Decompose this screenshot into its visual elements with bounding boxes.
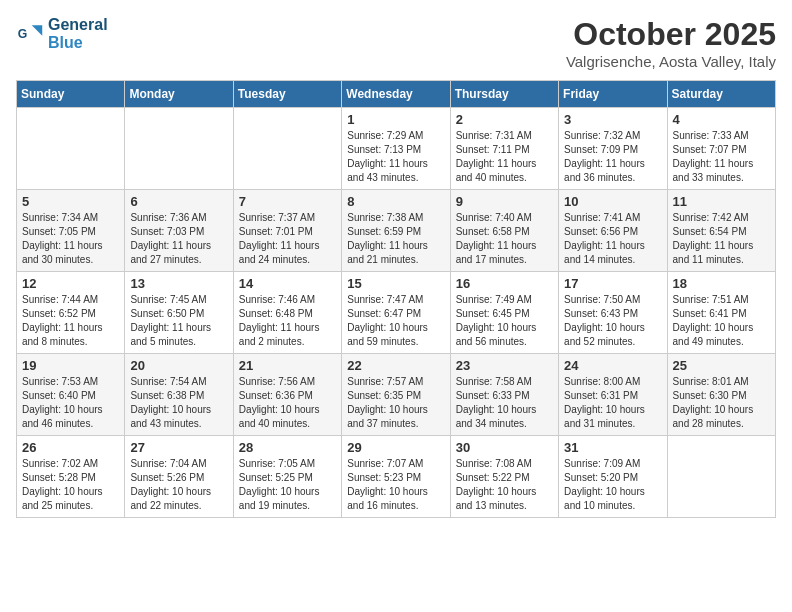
day-number: 19 bbox=[22, 358, 119, 373]
day-info: Sunrise: 7:31 AM Sunset: 7:11 PM Dayligh… bbox=[456, 129, 553, 185]
calendar-cell: 17Sunrise: 7:50 AM Sunset: 6:43 PM Dayli… bbox=[559, 272, 667, 354]
day-number: 8 bbox=[347, 194, 444, 209]
location: Valgrisenche, Aosta Valley, Italy bbox=[566, 53, 776, 70]
calendar-cell: 6Sunrise: 7:36 AM Sunset: 7:03 PM Daylig… bbox=[125, 190, 233, 272]
calendar-week-5: 26Sunrise: 7:02 AM Sunset: 5:28 PM Dayli… bbox=[17, 436, 776, 518]
calendar-cell: 21Sunrise: 7:56 AM Sunset: 6:36 PM Dayli… bbox=[233, 354, 341, 436]
day-number: 20 bbox=[130, 358, 227, 373]
day-number: 14 bbox=[239, 276, 336, 291]
day-info: Sunrise: 7:33 AM Sunset: 7:07 PM Dayligh… bbox=[673, 129, 770, 185]
col-tuesday: Tuesday bbox=[233, 81, 341, 108]
col-sunday: Sunday bbox=[17, 81, 125, 108]
calendar-cell bbox=[233, 108, 341, 190]
calendar-week-1: 1Sunrise: 7:29 AM Sunset: 7:13 PM Daylig… bbox=[17, 108, 776, 190]
col-thursday: Thursday bbox=[450, 81, 558, 108]
day-number: 11 bbox=[673, 194, 770, 209]
calendar-cell: 23Sunrise: 7:58 AM Sunset: 6:33 PM Dayli… bbox=[450, 354, 558, 436]
day-number: 28 bbox=[239, 440, 336, 455]
day-number: 23 bbox=[456, 358, 553, 373]
day-info: Sunrise: 7:47 AM Sunset: 6:47 PM Dayligh… bbox=[347, 293, 444, 349]
calendar-cell: 2Sunrise: 7:31 AM Sunset: 7:11 PM Daylig… bbox=[450, 108, 558, 190]
day-info: Sunrise: 7:58 AM Sunset: 6:33 PM Dayligh… bbox=[456, 375, 553, 431]
day-info: Sunrise: 7:46 AM Sunset: 6:48 PM Dayligh… bbox=[239, 293, 336, 349]
calendar-cell: 27Sunrise: 7:04 AM Sunset: 5:26 PM Dayli… bbox=[125, 436, 233, 518]
day-number: 3 bbox=[564, 112, 661, 127]
calendar-cell: 11Sunrise: 7:42 AM Sunset: 6:54 PM Dayli… bbox=[667, 190, 775, 272]
calendar-cell: 22Sunrise: 7:57 AM Sunset: 6:35 PM Dayli… bbox=[342, 354, 450, 436]
calendar-cell: 29Sunrise: 7:07 AM Sunset: 5:23 PM Dayli… bbox=[342, 436, 450, 518]
col-wednesday: Wednesday bbox=[342, 81, 450, 108]
day-number: 2 bbox=[456, 112, 553, 127]
calendar-cell: 19Sunrise: 7:53 AM Sunset: 6:40 PM Dayli… bbox=[17, 354, 125, 436]
calendar-cell: 30Sunrise: 7:08 AM Sunset: 5:22 PM Dayli… bbox=[450, 436, 558, 518]
day-number: 16 bbox=[456, 276, 553, 291]
day-number: 29 bbox=[347, 440, 444, 455]
day-info: Sunrise: 7:57 AM Sunset: 6:35 PM Dayligh… bbox=[347, 375, 444, 431]
day-info: Sunrise: 7:04 AM Sunset: 5:26 PM Dayligh… bbox=[130, 457, 227, 513]
day-number: 15 bbox=[347, 276, 444, 291]
day-info: Sunrise: 8:00 AM Sunset: 6:31 PM Dayligh… bbox=[564, 375, 661, 431]
calendar-cell: 9Sunrise: 7:40 AM Sunset: 6:58 PM Daylig… bbox=[450, 190, 558, 272]
calendar-cell: 20Sunrise: 7:54 AM Sunset: 6:38 PM Dayli… bbox=[125, 354, 233, 436]
calendar-cell: 10Sunrise: 7:41 AM Sunset: 6:56 PM Dayli… bbox=[559, 190, 667, 272]
month-title: October 2025 bbox=[566, 16, 776, 53]
day-number: 12 bbox=[22, 276, 119, 291]
calendar-cell: 13Sunrise: 7:45 AM Sunset: 6:50 PM Dayli… bbox=[125, 272, 233, 354]
day-info: Sunrise: 7:07 AM Sunset: 5:23 PM Dayligh… bbox=[347, 457, 444, 513]
day-info: Sunrise: 7:36 AM Sunset: 7:03 PM Dayligh… bbox=[130, 211, 227, 267]
day-info: Sunrise: 8:01 AM Sunset: 6:30 PM Dayligh… bbox=[673, 375, 770, 431]
calendar-table: Sunday Monday Tuesday Wednesday Thursday… bbox=[16, 80, 776, 518]
calendar-header: Sunday Monday Tuesday Wednesday Thursday… bbox=[17, 81, 776, 108]
calendar-body: 1Sunrise: 7:29 AM Sunset: 7:13 PM Daylig… bbox=[17, 108, 776, 518]
day-number: 17 bbox=[564, 276, 661, 291]
calendar-cell: 3Sunrise: 7:32 AM Sunset: 7:09 PM Daylig… bbox=[559, 108, 667, 190]
logo: G General Blue bbox=[16, 16, 108, 51]
logo-general: General bbox=[48, 16, 108, 34]
day-info: Sunrise: 7:41 AM Sunset: 6:56 PM Dayligh… bbox=[564, 211, 661, 267]
day-number: 6 bbox=[130, 194, 227, 209]
day-info: Sunrise: 7:54 AM Sunset: 6:38 PM Dayligh… bbox=[130, 375, 227, 431]
day-info: Sunrise: 7:34 AM Sunset: 7:05 PM Dayligh… bbox=[22, 211, 119, 267]
day-number: 21 bbox=[239, 358, 336, 373]
day-number: 4 bbox=[673, 112, 770, 127]
svg-text:G: G bbox=[18, 26, 28, 40]
day-info: Sunrise: 7:40 AM Sunset: 6:58 PM Dayligh… bbox=[456, 211, 553, 267]
day-number: 30 bbox=[456, 440, 553, 455]
calendar-cell: 8Sunrise: 7:38 AM Sunset: 6:59 PM Daylig… bbox=[342, 190, 450, 272]
calendar-week-3: 12Sunrise: 7:44 AM Sunset: 6:52 PM Dayli… bbox=[17, 272, 776, 354]
day-number: 26 bbox=[22, 440, 119, 455]
day-info: Sunrise: 7:37 AM Sunset: 7:01 PM Dayligh… bbox=[239, 211, 336, 267]
calendar-cell: 14Sunrise: 7:46 AM Sunset: 6:48 PM Dayli… bbox=[233, 272, 341, 354]
day-info: Sunrise: 7:29 AM Sunset: 7:13 PM Dayligh… bbox=[347, 129, 444, 185]
day-info: Sunrise: 7:49 AM Sunset: 6:45 PM Dayligh… bbox=[456, 293, 553, 349]
calendar-cell: 7Sunrise: 7:37 AM Sunset: 7:01 PM Daylig… bbox=[233, 190, 341, 272]
calendar-cell: 5Sunrise: 7:34 AM Sunset: 7:05 PM Daylig… bbox=[17, 190, 125, 272]
calendar-cell: 12Sunrise: 7:44 AM Sunset: 6:52 PM Dayli… bbox=[17, 272, 125, 354]
day-number: 25 bbox=[673, 358, 770, 373]
calendar-cell: 16Sunrise: 7:49 AM Sunset: 6:45 PM Dayli… bbox=[450, 272, 558, 354]
day-info: Sunrise: 7:51 AM Sunset: 6:41 PM Dayligh… bbox=[673, 293, 770, 349]
day-info: Sunrise: 7:38 AM Sunset: 6:59 PM Dayligh… bbox=[347, 211, 444, 267]
day-number: 10 bbox=[564, 194, 661, 209]
day-number: 13 bbox=[130, 276, 227, 291]
day-number: 7 bbox=[239, 194, 336, 209]
day-info: Sunrise: 7:02 AM Sunset: 5:28 PM Dayligh… bbox=[22, 457, 119, 513]
logo-blue: Blue bbox=[48, 34, 108, 52]
day-info: Sunrise: 7:32 AM Sunset: 7:09 PM Dayligh… bbox=[564, 129, 661, 185]
day-number: 5 bbox=[22, 194, 119, 209]
calendar-cell: 31Sunrise: 7:09 AM Sunset: 5:20 PM Dayli… bbox=[559, 436, 667, 518]
calendar-week-4: 19Sunrise: 7:53 AM Sunset: 6:40 PM Dayli… bbox=[17, 354, 776, 436]
calendar-week-2: 5Sunrise: 7:34 AM Sunset: 7:05 PM Daylig… bbox=[17, 190, 776, 272]
svg-marker-1 bbox=[32, 25, 43, 36]
calendar-cell: 18Sunrise: 7:51 AM Sunset: 6:41 PM Dayli… bbox=[667, 272, 775, 354]
day-info: Sunrise: 7:05 AM Sunset: 5:25 PM Dayligh… bbox=[239, 457, 336, 513]
day-info: Sunrise: 7:53 AM Sunset: 6:40 PM Dayligh… bbox=[22, 375, 119, 431]
day-number: 18 bbox=[673, 276, 770, 291]
calendar-cell: 15Sunrise: 7:47 AM Sunset: 6:47 PM Dayli… bbox=[342, 272, 450, 354]
calendar-cell bbox=[125, 108, 233, 190]
title-block: October 2025 Valgrisenche, Aosta Valley,… bbox=[566, 16, 776, 70]
day-number: 31 bbox=[564, 440, 661, 455]
calendar-cell: 28Sunrise: 7:05 AM Sunset: 5:25 PM Dayli… bbox=[233, 436, 341, 518]
col-saturday: Saturday bbox=[667, 81, 775, 108]
calendar-cell: 1Sunrise: 7:29 AM Sunset: 7:13 PM Daylig… bbox=[342, 108, 450, 190]
